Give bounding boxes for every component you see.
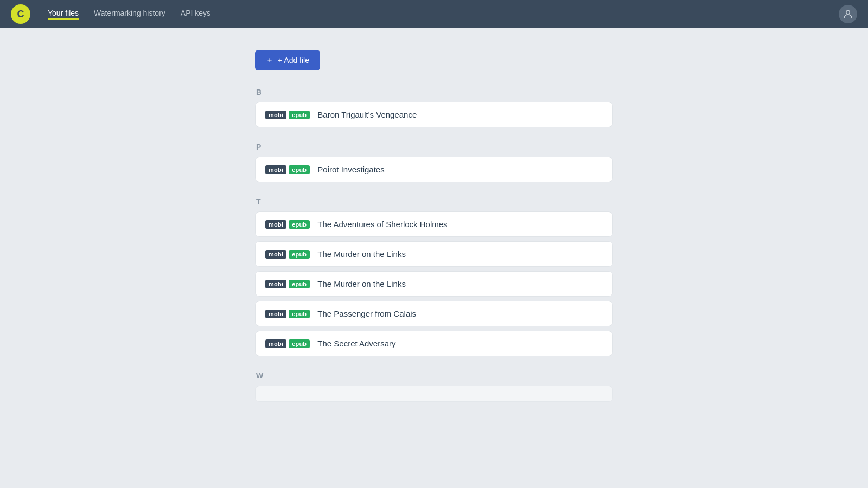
section-p: P mobi epub Poirot Investigates xyxy=(255,143,613,182)
nav-watermarking-history[interactable]: Watermarking history xyxy=(94,9,165,20)
add-file-button[interactable]: ＋ + Add file xyxy=(255,50,320,70)
badge-epub: epub xyxy=(289,310,310,318)
section-letter-p: P xyxy=(256,143,613,151)
main-content: ＋ + Add file B mobi epub Baron Trigault'… xyxy=(244,28,624,439)
user-avatar[interactable] xyxy=(839,5,857,23)
format-badges: mobi epub xyxy=(265,250,310,259)
plus-icon: ＋ xyxy=(266,55,273,65)
list-item[interactable]: mobi epub Baron Trigault's Vengeance xyxy=(255,102,613,127)
list-item[interactable]: mobi epub The Passenger from Calais xyxy=(255,301,613,326)
nav-your-files[interactable]: Your files xyxy=(48,9,79,20)
badge-epub: epub xyxy=(289,280,310,288)
file-title: The Murder on the Links xyxy=(317,279,406,288)
app-header: C Your files Watermarking history API ke… xyxy=(0,0,868,28)
badge-epub: epub xyxy=(289,111,310,119)
svg-point-0 xyxy=(846,10,850,14)
file-title: The Murder on the Links xyxy=(317,249,406,259)
badge-mobi: mobi xyxy=(265,165,286,174)
main-nav: Your files Watermarking history API keys xyxy=(48,9,821,20)
format-badges: mobi epub xyxy=(265,111,310,119)
badge-epub: epub xyxy=(289,165,310,174)
file-title: Poirot Investigates xyxy=(317,165,384,174)
app-logo[interactable]: C xyxy=(11,4,30,24)
list-item[interactable]: mobi epub The Secret Adversary xyxy=(255,331,613,356)
badge-mobi: mobi xyxy=(265,250,286,259)
section-letter-w: W xyxy=(256,371,613,380)
format-badges: mobi epub xyxy=(265,310,310,318)
section-w: W xyxy=(255,371,613,402)
format-badges: mobi epub xyxy=(265,165,310,174)
format-badges: mobi epub xyxy=(265,220,310,229)
list-item[interactable]: mobi epub The Murder on the Links xyxy=(255,271,613,297)
file-title: Baron Trigault's Vengeance xyxy=(317,110,417,119)
file-title: The Passenger from Calais xyxy=(317,309,416,318)
badge-epub: epub xyxy=(289,220,310,229)
nav-api-keys[interactable]: API keys xyxy=(181,9,210,20)
format-badges: mobi epub xyxy=(265,339,310,348)
section-letter-t: T xyxy=(256,197,613,206)
section-letter-b: B xyxy=(256,88,613,97)
list-item[interactable]: mobi epub Poirot Investigates xyxy=(255,157,613,182)
format-badges: mobi epub xyxy=(265,280,310,288)
section-t: T mobi epub The Adventures of Sherlock H… xyxy=(255,197,613,356)
badge-epub: epub xyxy=(289,339,310,348)
badge-epub: epub xyxy=(289,250,310,259)
badge-mobi: mobi xyxy=(265,310,286,318)
list-item[interactable]: mobi epub The Murder on the Links xyxy=(255,241,613,267)
file-title: The Adventures of Sherlock Holmes xyxy=(317,220,447,229)
badge-mobi: mobi xyxy=(265,220,286,229)
add-file-label: + Add file xyxy=(278,56,309,65)
list-item[interactable] xyxy=(255,386,613,402)
badge-mobi: mobi xyxy=(265,111,286,119)
badge-mobi: mobi xyxy=(265,339,286,348)
list-item[interactable]: mobi epub The Adventures of Sherlock Hol… xyxy=(255,211,613,237)
section-b: B mobi epub Baron Trigault's Vengeance xyxy=(255,88,613,127)
file-title: The Secret Adversary xyxy=(317,339,395,348)
badge-mobi: mobi xyxy=(265,280,286,288)
